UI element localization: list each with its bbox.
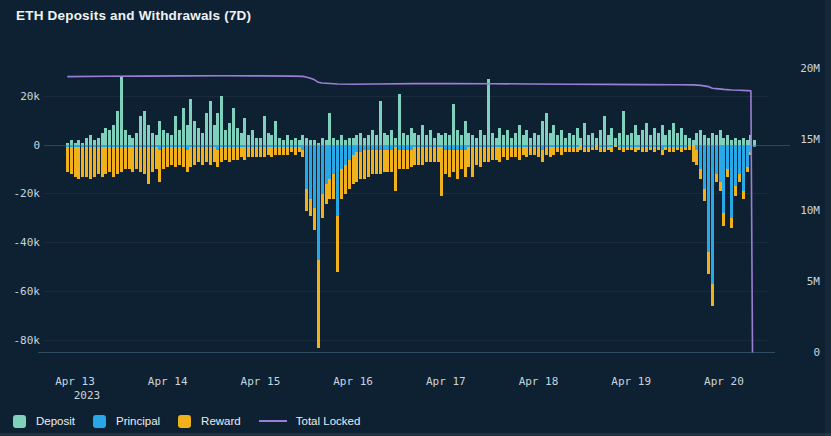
svg-text:Apr 19: Apr 19 [611, 375, 651, 388]
svg-text:Apr 13: Apr 13 [55, 375, 95, 388]
svg-text:-60k: -60k [14, 285, 41, 298]
svg-text:Apr 17: Apr 17 [426, 375, 466, 388]
legend-item-deposit[interactable]: Deposit [13, 415, 75, 428]
svg-text:Apr 20: Apr 20 [704, 375, 744, 388]
chart-canvas[interactable]: 20k0-20k-40k-60k-80k20M15M10M5M0Apr 1320… [0, 0, 831, 436]
svg-text:5M: 5M [807, 275, 821, 288]
svg-text:20k: 20k [20, 90, 40, 103]
chart-card: ETH Deposits and Withdrawals (7D) 20k0-2… [0, 0, 831, 436]
svg-text:15M: 15M [800, 133, 820, 146]
svg-text:-20k: -20k [14, 187, 41, 200]
deposit-swatch-icon [13, 415, 26, 428]
svg-text:Apr 18: Apr 18 [519, 375, 559, 388]
total-locked-line-swatch-icon [259, 420, 287, 422]
legend-label: Principal [116, 415, 160, 427]
svg-text:Apr 14: Apr 14 [148, 375, 188, 388]
svg-text:-40k: -40k [14, 236, 41, 249]
svg-text:-80k: -80k [14, 334, 41, 347]
chart-legend: Deposit Principal Reward Total Locked [13, 408, 378, 434]
svg-text:10M: 10M [800, 204, 820, 217]
svg-text:2023: 2023 [74, 389, 101, 402]
reward-swatch-icon [178, 415, 191, 428]
principal-swatch-icon [93, 415, 106, 428]
svg-text:0: 0 [33, 139, 40, 152]
svg-text:Apr 16: Apr 16 [333, 375, 373, 388]
legend-item-principal[interactable]: Principal [93, 415, 160, 428]
legend-label: Total Locked [296, 415, 361, 427]
legend-item-total-locked[interactable]: Total Locked [259, 415, 361, 427]
page-edge-strip [825, 0, 831, 436]
legend-label: Reward [201, 415, 241, 427]
svg-text:20M: 20M [800, 62, 820, 75]
svg-text:0: 0 [813, 346, 820, 359]
svg-text:Apr 15: Apr 15 [241, 375, 281, 388]
legend-item-reward[interactable]: Reward [178, 415, 241, 428]
legend-label: Deposit [36, 415, 75, 427]
